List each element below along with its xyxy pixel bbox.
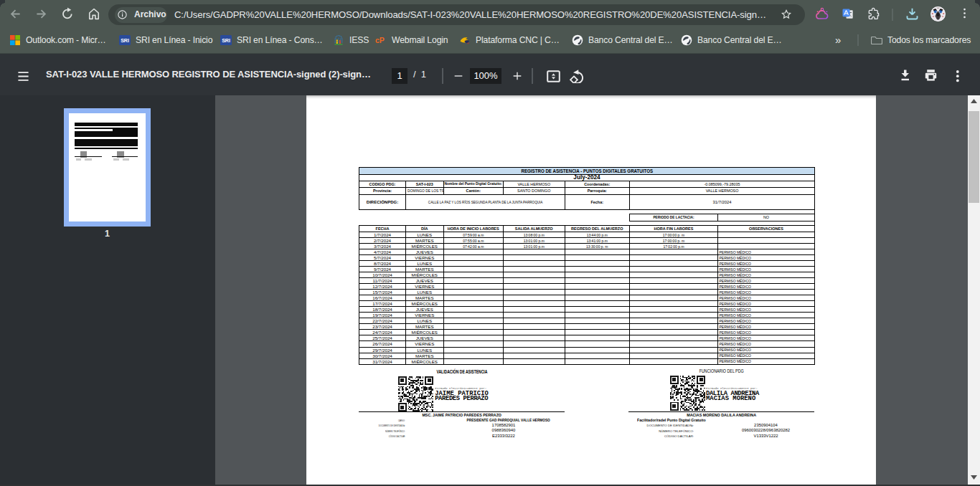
svg-text:SRI: SRI (121, 37, 129, 44)
svg-text:SRI: SRI (222, 37, 230, 44)
svg-text:cP: cP (375, 36, 385, 44)
